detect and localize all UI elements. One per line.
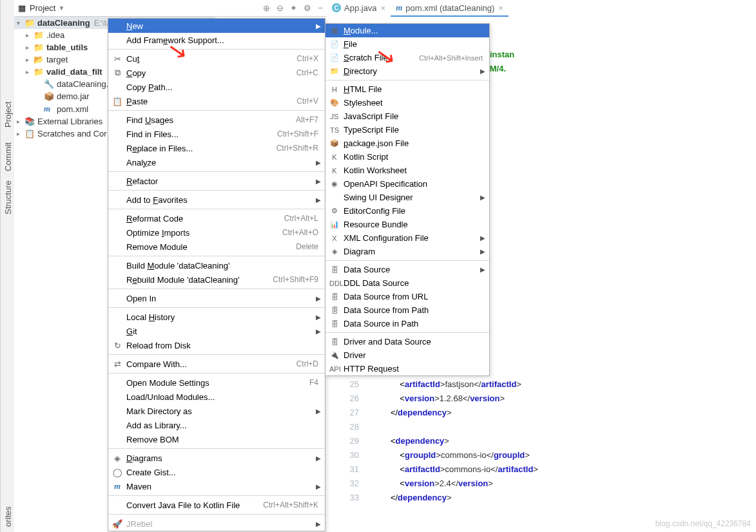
- menu-item[interactable]: ◈Diagrams▶: [108, 451, 325, 465]
- toolbar-action[interactable]: ⚙: [304, 3, 311, 13]
- menu-item[interactable]: 🗄Data Source from Path: [325, 303, 489, 317]
- menu-item-label: Convert Java File to Kotlin File: [126, 500, 240, 510]
- menu-item[interactable]: 📁Directory▶: [325, 64, 489, 78]
- menu-item[interactable]: Git▶: [108, 324, 325, 338]
- menu-item[interactable]: TSTypeScript File: [325, 123, 489, 137]
- menu-item-icon: API: [329, 365, 340, 373]
- menu-item-label: File: [344, 39, 357, 49]
- menu-item[interactable]: ◉OpenAPI Specification: [325, 177, 489, 191]
- menu-item[interactable]: ◯Create Gist...: [108, 465, 325, 479]
- tab-icon: m: [396, 3, 402, 13]
- sidebar-favorites[interactable]: orites: [3, 506, 13, 527]
- menu-item[interactable]: Reformat CodeCtrl+Alt+L: [108, 211, 325, 225]
- project-dropdown-icon[interactable]: ▼: [58, 5, 64, 12]
- menu-item[interactable]: APIHTTP Request: [325, 362, 489, 375]
- menu-item[interactable]: 🗄Data Source▶: [325, 263, 489, 276]
- menu-separator: [108, 514, 325, 515]
- tree-arrow-icon[interactable]: ▾: [17, 19, 24, 26]
- editor-tab[interactable]: CApp.java×: [327, 0, 391, 17]
- menu-item[interactable]: Open In▶: [108, 291, 325, 305]
- sidebar-project[interactable]: Project: [3, 101, 13, 127]
- menu-item[interactable]: 🗄Data Source in Path: [325, 317, 489, 330]
- sidebar-structure[interactable]: Structure: [3, 180, 13, 214]
- menu-item[interactable]: Refactor▶: [108, 174, 325, 188]
- tab-close-icon[interactable]: ×: [498, 3, 503, 13]
- menu-item[interactable]: Remove BOM: [108, 432, 325, 446]
- menu-item[interactable]: XXML Configuration File▶: [325, 231, 489, 245]
- menu-item[interactable]: JSJavaScript File: [325, 109, 489, 123]
- menu-item-label: TypeScript File: [344, 125, 399, 135]
- menu-item[interactable]: 📄File: [325, 37, 489, 51]
- menu-item[interactable]: ⇄Compare With...Ctrl+D: [108, 357, 325, 371]
- menu-item[interactable]: Load/Unload Modules...: [108, 390, 325, 404]
- menu-item[interactable]: Mark Directory as▶: [108, 404, 325, 418]
- menu-item-label: Driver: [344, 350, 366, 360]
- project-toolbar: ▦ Project ▼ ⊕⊖✦⚙−: [14, 0, 327, 17]
- menu-item[interactable]: 📄Scratch FileCtrl+Alt+Shift+Insert: [325, 51, 489, 64]
- menu-item[interactable]: mMaven▶: [108, 479, 325, 493]
- toolbar-action[interactable]: ⊖: [276, 3, 284, 13]
- menu-item[interactable]: Swing UI Designer▶: [325, 191, 489, 204]
- tree-arrow-icon[interactable]: ▸: [17, 118, 24, 125]
- menu-item[interactable]: ▦Module...: [325, 24, 489, 37]
- menu-item[interactable]: Remove ModuleDelete: [108, 240, 325, 254]
- menu-item[interactable]: ✂CutCtrl+X: [108, 52, 325, 66]
- menu-item[interactable]: DDLDDL Data Source: [325, 276, 489, 290]
- menu-item[interactable]: 📦package.json File: [325, 137, 489, 150]
- tree-arrow-icon[interactable]: ▸: [26, 32, 34, 39]
- project-label[interactable]: Project: [30, 3, 55, 13]
- menu-item[interactable]: KKotlin Worksheet: [325, 164, 489, 177]
- menu-item[interactable]: New▶: [108, 19, 325, 33]
- sidebar-commit[interactable]: Commit: [3, 142, 13, 171]
- menu-item[interactable]: Rebuild Module 'dataCleaning'Ctrl+Shift+…: [108, 272, 325, 287]
- menu-item[interactable]: Local History▶: [108, 310, 325, 324]
- editor-tab[interactable]: mpom.xml (dataCleaning)×: [391, 0, 509, 17]
- menu-item[interactable]: ⚙EditorConfig File: [325, 204, 489, 218]
- menu-item[interactable]: 🗄Data Source from URL: [325, 290, 489, 303]
- menu-item[interactable]: KKotlin Script: [325, 150, 489, 164]
- menu-item[interactable]: 📋PasteCtrl+V: [108, 94, 325, 108]
- tab-close-icon[interactable]: ×: [381, 3, 386, 13]
- tree-arrow-icon[interactable]: ▸: [26, 56, 34, 63]
- tree-arrow-icon[interactable]: ▸: [17, 130, 24, 137]
- menu-item[interactable]: Add to Favorites▶: [108, 193, 325, 207]
- menu-item[interactable]: 🔌Driver: [325, 348, 489, 362]
- menu-item[interactable]: Find UsagesAlt+F7: [108, 113, 325, 127]
- menu-item[interactable]: Optimize ImportsCtrl+Alt+O: [108, 225, 325, 240]
- menu-item[interactable]: 📊Resource Bundle: [325, 218, 489, 231]
- toolbar-action[interactable]: −: [318, 3, 323, 13]
- menu-item[interactable]: Convert Java File to Kotlin FileCtrl+Alt…: [108, 498, 325, 512]
- menu-item-icon: K: [329, 153, 340, 161]
- menu-item-label: Mark Directory as: [126, 406, 192, 416]
- menu-item[interactable]: Replace in Files...Ctrl+Shift+R: [108, 141, 325, 155]
- menu-item-label: Find Usages: [126, 115, 173, 125]
- menu-item-label: Add as Library...: [126, 421, 187, 430]
- menu-item[interactable]: Add as Library...: [108, 418, 325, 432]
- menu-item[interactable]: HHTML File: [325, 82, 489, 96]
- toolbar-action[interactable]: ✦: [290, 3, 297, 13]
- submenu-arrow-icon: ▶: [316, 520, 321, 527]
- tree-item-label: demo.jar: [57, 91, 90, 101]
- menu-item-icon: 🗄: [329, 293, 340, 301]
- menu-item[interactable]: 🎨Stylesheet: [325, 96, 489, 109]
- tree-item-label: target: [46, 55, 68, 64]
- menu-item-icon: ▦: [329, 26, 340, 35]
- menu-item-label: Reload from Disk: [126, 341, 191, 350]
- tree-item-icon: 📦: [44, 91, 54, 101]
- menu-item[interactable]: ↻Reload from Disk: [108, 338, 325, 352]
- menu-item[interactable]: ⧉CopyCtrl+C: [108, 66, 325, 80]
- menu-item[interactable]: 🚀JRebel▶: [108, 517, 325, 531]
- menu-item-icon: ◉: [329, 180, 340, 188]
- tree-arrow-icon[interactable]: ▸: [26, 68, 34, 75]
- menu-item[interactable]: Build Module 'dataCleaning': [108, 258, 325, 272]
- menu-item[interactable]: Copy Path...: [108, 80, 325, 94]
- menu-item-icon: ⇄: [112, 359, 122, 369]
- menu-item[interactable]: ◈Diagram▶: [325, 245, 489, 258]
- tree-arrow-icon[interactable]: ▸: [26, 44, 34, 51]
- menu-item[interactable]: 🗄Driver and Data Source: [325, 335, 489, 348]
- menu-item[interactable]: Add Framework Support...: [108, 33, 325, 47]
- toolbar-action[interactable]: ⊕: [263, 3, 270, 13]
- menu-item[interactable]: Open Module SettingsF4: [108, 375, 325, 390]
- menu-item[interactable]: Find in Files...Ctrl+Shift+F: [108, 127, 325, 141]
- menu-item[interactable]: Analyze▶: [108, 155, 325, 169]
